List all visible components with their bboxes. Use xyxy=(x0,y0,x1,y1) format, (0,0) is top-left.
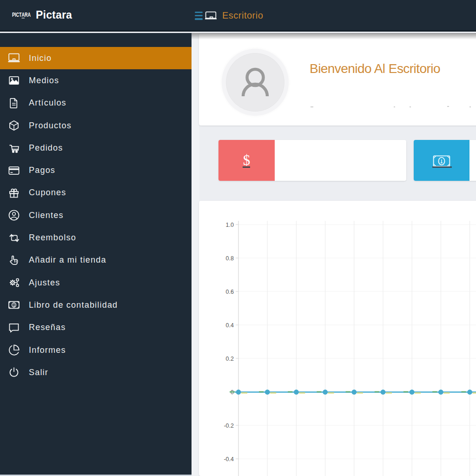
svg-text:1.0: 1.0 xyxy=(226,222,234,228)
svg-text:-0.4: -0.4 xyxy=(224,456,234,463)
svg-text:0.6: 0.6 xyxy=(226,289,234,295)
svg-text:0.2: 0.2 xyxy=(226,356,234,362)
svg-text:0.4: 0.4 xyxy=(226,322,234,329)
svg-text:0.8: 0.8 xyxy=(226,255,234,262)
svg-text:-0.2: -0.2 xyxy=(224,423,234,429)
